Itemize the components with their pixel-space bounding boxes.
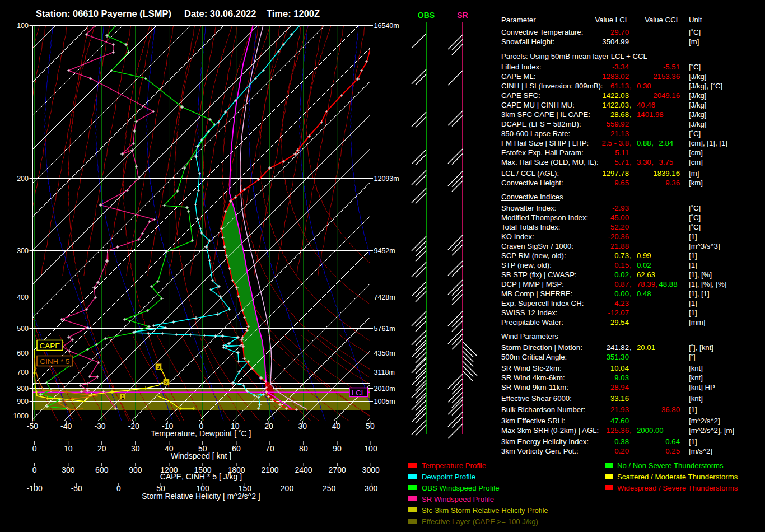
svg-text:OBS Windspeed Profile: OBS Windspeed Profile [422,484,500,492]
svg-text:20.01: 20.01 [637,343,655,352]
svg-text:0: 0 [116,484,121,493]
svg-text:[cm]: [cm] [689,148,703,157]
svg-text:,: , [656,280,658,288]
svg-text:Value CCL: Value CCL [645,16,680,24]
svg-text:9.03: 9.03 [614,374,629,382]
svg-text:Max 3km SRH (0-2km) | AGL:: Max 3km SRH (0-2km) | AGL: [501,426,599,435]
svg-text:Snowfall Height:: Snowfall Height: [501,38,554,46]
svg-text:3km Effective SRH:: 3km Effective SRH: [501,417,565,425]
svg-text:Modified Thompson Index:: Modified Thompson Index: [501,213,588,222]
svg-text:Estofex Exp. Hail Param:: Estofex Exp. Hail Param: [501,148,584,157]
svg-text:[˚], [knt]: [˚], [knt] [689,343,713,352]
svg-text:[1], [%], [%]: [1], [%], [%] [689,280,726,288]
svg-text:,: , [651,139,654,147]
svg-text:900: 900 [129,465,142,474]
svg-text:SR: SR [457,11,468,20]
svg-text:[J/kg]: [J/kg] [689,120,707,128]
svg-text:[1], [1]: [1], [1] [689,290,710,298]
svg-text:300: 300 [365,484,378,493]
svg-text:70: 70 [265,444,274,453]
svg-text:Time: 1200Z: Time: 1200Z [267,8,320,18]
svg-text:,: , [629,261,632,269]
svg-text:[m/s^2]: [m/s^2] [689,447,712,455]
svg-text:DCP | MMP | MSP:: DCP | MMP | MSP: [501,280,564,288]
svg-text:100: 100 [17,22,29,30]
svg-text:LCL / CCL (AGL):: LCL / CCL (AGL): [501,169,559,178]
svg-text:0.73: 0.73 [614,251,629,260]
svg-text:4350m: 4350m [374,349,395,357]
svg-text:45.00: 45.00 [610,213,629,222]
svg-text:Parameter: Parameter [501,16,536,24]
svg-text:50: 50 [366,422,375,431]
svg-text:2100: 2100 [262,465,279,474]
svg-text:Unit: Unit [689,16,702,24]
svg-text:FM Hail Size | SHIP | LHP:: FM Hail Size | SHIP | LHP: [501,139,589,147]
svg-text:,: , [629,82,632,90]
svg-text:Scattered / Moderate Thunderst: Scattered / Moderate Thunderstorms [617,473,738,481]
svg-text:Total Totals Index:: Total Totals Index: [501,223,560,231]
svg-text:9452m: 9452m [374,247,395,255]
svg-text:[1]: [1] [689,405,697,414]
svg-text:33.16: 33.16 [610,394,629,403]
svg-text:0.30: 0.30 [637,82,651,90]
svg-text:-5.51: -5.51 [663,63,680,71]
svg-text:Dewpoint Profile: Dewpoint Profile [422,473,475,481]
svg-text:21.93: 21.93 [610,405,629,414]
svg-text:Storm Direction | Motion:: Storm Direction | Motion: [501,343,582,352]
svg-text:-50: -50 [27,422,38,431]
svg-text:2000.00: 2000.00 [637,426,664,435]
svg-text:3km Vorticity Gen. Pot.:: 3km Vorticity Gen. Pot.: [501,447,579,455]
svg-text:28.94: 28.94 [610,383,629,391]
svg-text:Convective Height:: Convective Height: [501,179,563,187]
svg-text:0.15: 0.15 [614,261,629,269]
svg-text:,: , [629,290,632,298]
svg-text:Precipitable Water:: Precipitable Water: [501,318,563,326]
svg-text:[1], [%]: [1], [%] [689,270,712,279]
svg-text:800: 800 [17,385,29,393]
svg-text:Effective Shear 6000:: Effective Shear 6000: [501,394,572,403]
svg-text:Value LCL: Value LCL [595,16,629,24]
svg-text:5.11: 5.11 [615,148,629,157]
svg-text:61.13: 61.13 [610,82,629,90]
svg-text:20: 20 [264,422,273,431]
svg-text:STP (new, old):: STP (new, old): [501,261,552,269]
svg-text:1401.98: 1401.98 [637,110,664,119]
svg-text:0.02: 0.02 [614,270,629,279]
svg-text:0: 0 [32,444,37,453]
svg-text:80: 80 [299,444,308,453]
svg-text:[m^3/s^3]: [m^3/s^3] [689,242,720,250]
svg-text:29.54: 29.54 [610,318,629,326]
svg-text:Convective Temperature:: Convective Temperature: [501,28,583,36]
svg-text:2.5 - 3.8: 2.5 - 3.8 [602,139,629,147]
svg-text:9.65: 9.65 [614,179,629,187]
svg-text:Convective Indices: Convective Indices [501,193,563,201]
svg-text:20: 20 [97,444,106,453]
svg-text:[˚]: [˚] [689,353,696,361]
svg-text:-3.34: -3.34 [612,63,629,71]
svg-text:Widespread / Severe Thundersto: Widespread / Severe Thunderstorms [617,484,738,492]
svg-text:21.13: 21.13 [610,129,629,138]
svg-text:1283.02: 1283.02 [602,72,629,81]
svg-text:16540m: 16540m [374,22,399,30]
svg-text:2.84: 2.84 [659,139,674,147]
svg-text:Craven SigSvr / 1000:: Craven SigSvr / 1000: [501,242,573,250]
svg-text:[J/kg]: [J/kg] [689,72,707,81]
svg-text:3: 3 [157,365,160,370]
svg-text:2049.16: 2049.16 [653,91,680,100]
svg-text:40.46: 40.46 [637,101,655,109]
svg-text:250: 250 [323,484,336,493]
svg-text:600: 600 [17,349,29,357]
svg-text:3km Energy Helicity Index:: 3km Energy Helicity Index: [501,437,589,446]
svg-text:Bulk Richardson Number:: Bulk Richardson Number: [501,405,585,414]
svg-text:21.88: 21.88 [610,242,629,250]
svg-text:-2.93: -2.93 [612,204,629,212]
svg-text:CINH * 5: CINH * 5 [40,357,69,366]
svg-text:47.60: 47.60 [610,417,629,425]
svg-text:1422.03: 1422.03 [602,91,629,100]
svg-text:241.82: 241.82 [607,343,629,352]
svg-text:-20.36: -20.36 [608,232,629,241]
svg-text:[cm], [1], [1]: [cm], [1], [1] [689,139,727,147]
svg-text:[1]: [1] [689,309,697,317]
svg-text:100: 100 [364,444,377,453]
svg-text:,: , [651,158,654,166]
